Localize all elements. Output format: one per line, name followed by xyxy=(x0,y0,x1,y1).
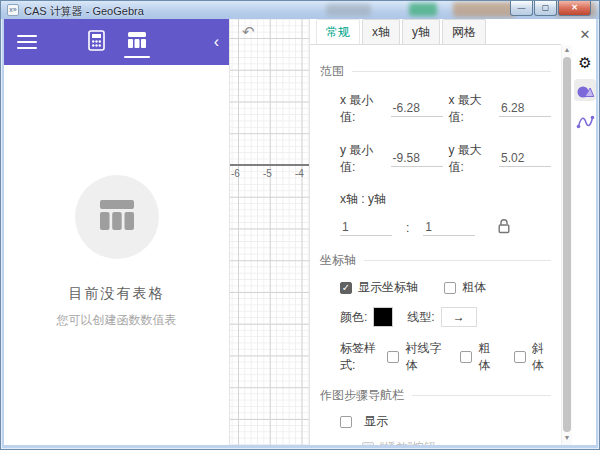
right-icon-strip: ✕ ⚙ xyxy=(572,19,596,445)
app-icon: x» xyxy=(7,4,19,16)
settings-tabs: 常规 x轴 y轴 网格 xyxy=(310,19,561,45)
table-icon xyxy=(127,31,147,53)
close-button[interactable]: ✕ xyxy=(558,1,591,16)
settings-panel: 常规 x轴 y轴 网格 范围 x 最小值: -6.28 x 最大值: 6.28 xyxy=(309,19,561,445)
empty-state-title: 目前没有表格 xyxy=(69,285,165,303)
window-controls: — ▢ ✕ xyxy=(509,1,591,16)
panel-scrollbar[interactable]: ▲ ▼ xyxy=(561,45,572,445)
xmax-label: x 最大值: xyxy=(449,92,495,126)
tab-y-axis[interactable]: y轴 xyxy=(402,19,440,44)
sidebar-header: ‹ xyxy=(4,19,229,65)
tab-general[interactable]: 常规 xyxy=(316,19,360,44)
table-placeholder-icon xyxy=(98,198,136,236)
x-axis-tick-label: -4 xyxy=(295,168,304,179)
scrollbar-thumb[interactable] xyxy=(563,57,571,432)
show-axes-label: 显示坐标轴 xyxy=(358,279,418,296)
play-button-label: “播放”按钮 xyxy=(380,439,436,445)
aero-glass-artifact xyxy=(326,4,371,16)
ymin-input[interactable]: -9.58 xyxy=(391,151,443,167)
aero-glass-artifact xyxy=(453,2,515,17)
xmin-label: x 最小值: xyxy=(340,92,386,126)
ratio-x-input[interactable]: 1 xyxy=(340,220,392,236)
lock-ratio-icon[interactable] xyxy=(497,218,511,237)
ratio-separator: : xyxy=(406,221,409,235)
axis-ratio-label: x轴 : y轴 xyxy=(340,191,386,208)
collapse-sidebar-icon[interactable]: ‹ xyxy=(214,19,219,65)
tab-grid[interactable]: 网格 xyxy=(442,19,486,44)
xmax-input[interactable]: 6.28 xyxy=(499,101,551,117)
line-style-dropdown[interactable]: → xyxy=(441,307,477,327)
empty-table-badge xyxy=(75,175,159,259)
empty-state-subtitle: 您可以创建函数数值表 xyxy=(57,312,177,329)
xmin-input[interactable]: -6.28 xyxy=(391,101,443,117)
x-axis-tick-label: -6 xyxy=(231,168,240,179)
x-axis-tick-label: -5 xyxy=(263,168,272,179)
close-panel-icon[interactable]: ✕ xyxy=(580,27,591,42)
function-curve-icon[interactable] xyxy=(574,110,596,132)
serif-checkbox[interactable] xyxy=(387,351,399,363)
calculator-icon xyxy=(88,30,105,55)
label-style-label: 标签样式: xyxy=(340,340,381,374)
maximize-button[interactable]: ▢ xyxy=(534,1,557,16)
label-bold-label: 粗体 xyxy=(478,340,497,374)
ymax-input[interactable]: 5.02 xyxy=(499,151,551,167)
scroll-up-icon[interactable]: ▲ xyxy=(562,46,572,56)
label-italic-label: 斜体 xyxy=(532,340,551,374)
graphics-view-icon[interactable] xyxy=(574,79,596,101)
graphics-view[interactable]: ↶ -6 -5 -4 xyxy=(229,19,309,445)
title-bar: x» CAS 计算器 - GeoGebra — ▢ ✕ xyxy=(1,1,599,19)
gear-icon[interactable]: ⚙ xyxy=(578,55,591,70)
tab-cas-calculator[interactable] xyxy=(84,24,110,60)
ymin-label: y 最小值: xyxy=(340,142,386,176)
label-italic-checkbox[interactable] xyxy=(514,351,526,363)
undo-icon[interactable]: ↶ xyxy=(242,23,255,41)
navbar-show-checkbox[interactable] xyxy=(340,416,352,428)
app-window: x» CAS 计算器 - GeoGebra — ▢ ✕ xyxy=(0,0,600,450)
x-axis-line xyxy=(230,164,309,166)
line-style-label: 线型: xyxy=(407,309,434,326)
axes-bold-label: 粗体 xyxy=(462,279,486,296)
section-navigation-bar: 作图步骤导航栏 xyxy=(320,387,551,404)
section-axes: 坐标轴 xyxy=(320,252,551,269)
axes-color-swatch[interactable] xyxy=(373,307,393,327)
show-axes-checkbox[interactable]: ✓ xyxy=(340,282,352,294)
minimize-button[interactable]: — xyxy=(510,1,533,16)
play-button-checkbox: ✓ xyxy=(362,442,374,446)
settings-body: 范围 x 最小值: -6.28 x 最大值: 6.28 y 最小值: -9.58 xyxy=(310,45,561,445)
ymax-label: y 最大值: xyxy=(449,142,495,176)
label-bold-checkbox[interactable] xyxy=(460,351,472,363)
window-title: CAS 计算器 - GeoGebra xyxy=(24,4,144,19)
serif-label: 衬线字体 xyxy=(405,340,444,374)
table-empty-state: 目前没有表格 您可以创建函数数值表 xyxy=(4,65,229,445)
navbar-show-label: 显示 xyxy=(364,413,388,430)
app-content: ‹ 目前没有表格 您可以创建函数数值表 xyxy=(4,19,596,445)
tab-x-axis[interactable]: x轴 xyxy=(362,19,400,44)
tab-table-of-values[interactable] xyxy=(124,24,150,60)
aero-glass-artifact xyxy=(409,3,437,16)
axes-color-label: 颜色: xyxy=(340,309,367,326)
scroll-down-icon[interactable]: ▼ xyxy=(562,434,572,444)
section-range: 范围 xyxy=(320,63,551,80)
ratio-y-input[interactable]: 1 xyxy=(423,220,475,236)
sidebar: ‹ 目前没有表格 您可以创建函数数值表 xyxy=(4,19,229,445)
axes-bold-checkbox[interactable] xyxy=(444,282,456,294)
